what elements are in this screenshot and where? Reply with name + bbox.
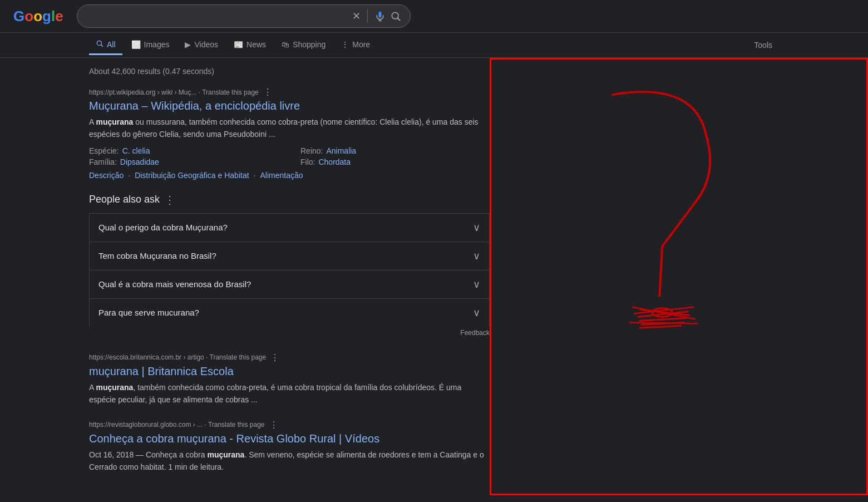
paa-chevron-0: ∨ xyxy=(473,222,480,234)
paa-question-2: Qual é a cobra mais venenosa do Brasil? xyxy=(98,279,251,289)
tab-shopping-label: Shopping xyxy=(293,40,326,49)
result-url-wikipedia: https://pt.wikipedia.org › wiki › Muç...… xyxy=(89,87,490,97)
tab-news-label: News xyxy=(246,40,266,49)
people-also-ask-section: People also ask ⋮ Qual o perigo da cobra… xyxy=(89,193,490,339)
search-bar: muçurana ✕ xyxy=(77,4,411,28)
paa-question-1: Tem cobra Muçurana no Brasil? xyxy=(98,251,216,260)
tools-button[interactable]: Tools xyxy=(747,36,779,54)
info-value-familia[interactable]: Dipsadidae xyxy=(120,158,159,166)
tab-videos-label: Videos xyxy=(194,40,218,49)
result-more-btn-wikipedia[interactable]: ⋮ xyxy=(263,87,272,97)
paa-title: People also ask xyxy=(89,194,160,205)
images-icon: ⬜ xyxy=(131,40,141,49)
url-text-britannica: https://escola.britannica.com.br › artig… xyxy=(89,353,266,361)
info-label-filo: Filo: xyxy=(300,158,315,166)
main-layout: About 42,600 results (0.47 seconds) http… xyxy=(0,58,868,495)
url-text-wikipedia: https://pt.wikipedia.org › wiki › Muç...… xyxy=(89,88,259,96)
paa-more-icon[interactable]: ⋮ xyxy=(164,193,175,206)
url-text-globo: https://revistagloborural.globo.com › ..… xyxy=(89,421,265,429)
svg-line-14 xyxy=(629,322,698,323)
svg-line-7 xyxy=(640,310,690,316)
svg-line-13 xyxy=(634,307,694,314)
tab-all-label: All xyxy=(107,40,116,49)
info-label-especie: Espécie: xyxy=(89,146,119,155)
info-label-reino: Reino: xyxy=(300,146,323,155)
paa-chevron-3: ∨ xyxy=(473,307,480,319)
left-content: About 42,600 results (0.47 seconds) http… xyxy=(0,58,490,495)
info-value-reino[interactable]: Animalia xyxy=(326,146,356,155)
tab-more[interactable]: ⋮ More xyxy=(334,36,377,55)
info-row-especie: Espécie: C. clelia xyxy=(89,146,278,155)
result-item-globo: https://revistagloborural.globo.com › ..… xyxy=(89,420,490,474)
svg-line-11 xyxy=(639,326,682,328)
paa-item-0[interactable]: Qual o perigo da cobra Muçurana? ∨ xyxy=(89,213,490,242)
all-icon xyxy=(96,40,103,49)
result-snippet-wikipedia: A muçurana ou mussurana, também conhecid… xyxy=(89,116,490,141)
svg-line-10 xyxy=(642,322,684,324)
news-icon: 📰 xyxy=(234,40,243,49)
header: Google muçurana ✕ xyxy=(0,0,868,33)
result-item-britannica: https://escola.britannica.com.br › artig… xyxy=(89,352,490,406)
search-input[interactable]: muçurana xyxy=(86,11,348,21)
svg-point-6 xyxy=(652,308,672,317)
breadcrumb-link-descricao[interactable]: Descrição xyxy=(89,171,124,180)
info-label-familia: Família: xyxy=(89,158,117,166)
mic-icon[interactable] xyxy=(374,11,386,22)
svg-line-9 xyxy=(639,318,687,321)
tab-shopping[interactable]: 🛍 Shopping xyxy=(275,36,332,55)
result-title-britannica[interactable]: muçurana | Britannica Escola xyxy=(89,365,490,378)
svg-line-8 xyxy=(638,312,689,317)
more-icon: ⋮ xyxy=(341,40,349,49)
info-row-familia: Família: Dipsadidae xyxy=(89,158,278,166)
paa-chevron-1: ∨ xyxy=(473,250,480,262)
tab-all[interactable]: All xyxy=(89,35,122,55)
svg-line-12 xyxy=(632,307,696,319)
svg-line-3 xyxy=(397,18,400,20)
videos-icon: ▶ xyxy=(185,40,191,49)
breadcrumb-links-wikipedia: Descrição · Distribuição Geográfica e Ha… xyxy=(89,171,490,180)
breadcrumb-link-distribuicao[interactable]: Distribuição Geográfica e Habitat xyxy=(135,171,249,180)
drawing-overlay xyxy=(491,60,866,494)
info-value-especie[interactable]: C. clelia xyxy=(122,146,150,155)
paa-item-2[interactable]: Qual é a cobra mais venenosa do Brasil? … xyxy=(89,270,490,298)
nav-tabs: All ⬜ Images ▶ Videos 📰 News 🛍 Shopping … xyxy=(0,33,868,58)
results-count: About 42,600 results (0.47 seconds) xyxy=(89,67,490,76)
right-panel xyxy=(490,58,868,495)
result-more-btn-globo[interactable]: ⋮ xyxy=(269,420,278,430)
feedback-label[interactable]: Feedback xyxy=(89,327,490,339)
result-snippet-globo: Oct 16, 2018 — Conheça a cobra muçurana.… xyxy=(89,449,490,474)
paa-question-3: Para que serve mucurana? xyxy=(98,308,199,317)
tab-more-label: More xyxy=(352,40,370,49)
clear-icon[interactable]: ✕ xyxy=(352,10,361,22)
result-more-btn-britannica[interactable]: ⋮ xyxy=(270,352,279,363)
info-table-wikipedia: Espécie: C. clelia Reino: Animalia Famíl… xyxy=(89,146,490,166)
result-url-globo: https://revistagloborural.globo.com › ..… xyxy=(89,420,490,430)
paa-question-0: Qual o perigo da cobra Muçurana? xyxy=(98,223,228,232)
paa-item-3[interactable]: Para que serve mucurana? ∨ xyxy=(89,298,490,327)
paa-header: People also ask ⋮ xyxy=(89,193,490,206)
tab-videos[interactable]: ▶ Videos xyxy=(178,36,225,55)
breadcrumb-link-alimentacao[interactable]: Alimentação xyxy=(260,171,303,180)
tab-images[interactable]: ⬜ Images xyxy=(125,36,176,55)
paa-chevron-2: ∨ xyxy=(473,278,480,291)
search-divider xyxy=(367,9,368,23)
result-item-wikipedia: https://pt.wikipedia.org › wiki › Muç...… xyxy=(89,87,490,180)
result-title-wikipedia[interactable]: Muçurana – Wikipédia, a enciclopédia liv… xyxy=(89,100,490,112)
info-value-filo[interactable]: Chordata xyxy=(318,158,351,166)
tab-images-label: Images xyxy=(144,40,170,49)
tab-news[interactable]: 📰 News xyxy=(227,36,273,55)
shopping-icon: 🛍 xyxy=(282,40,289,49)
result-snippet-britannica: A muçurana, também conhecida como cobra-… xyxy=(89,381,490,406)
result-url-britannica: https://escola.britannica.com.br › artig… xyxy=(89,352,490,363)
google-logo: Google xyxy=(13,8,63,25)
info-row-filo: Filo: Chordata xyxy=(300,158,490,166)
result-title-globo[interactable]: Conheça a cobra muçurana - Revista Globo… xyxy=(89,432,490,445)
search-button[interactable] xyxy=(390,11,401,22)
info-row-reino: Reino: Animalia xyxy=(300,146,490,155)
paa-item-1[interactable]: Tem cobra Muçurana no Brasil? ∨ xyxy=(89,242,490,270)
svg-line-5 xyxy=(101,45,102,46)
